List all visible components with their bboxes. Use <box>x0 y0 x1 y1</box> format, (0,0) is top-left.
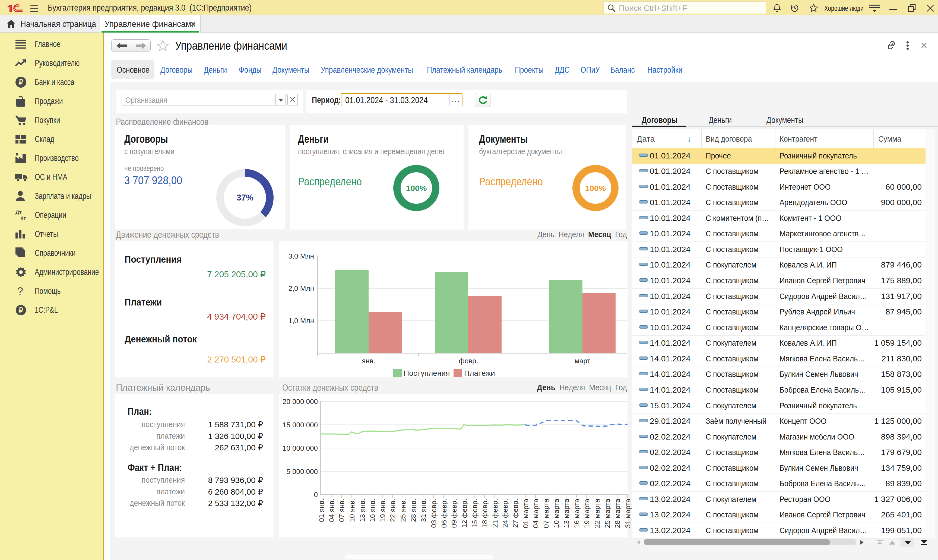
svg-text:16 янв.: 16 янв. <box>368 499 376 522</box>
svg-text:16 марта: 16 марта <box>573 498 581 528</box>
svg-text:март: март <box>575 357 590 365</box>
svg-text:28 марта: 28 марта <box>613 498 622 528</box>
svg-text:03 февр.: 03 февр. <box>430 499 438 528</box>
svg-text:Платежи: Платежи <box>464 369 495 377</box>
svg-text:01 марта: 01 марта <box>522 498 530 528</box>
svg-text:25 марта: 25 марта <box>603 498 611 528</box>
svg-text:19 янв.: 19 янв. <box>379 499 387 522</box>
svg-text:10 000 000: 10 000 000 <box>283 444 318 452</box>
svg-text:20 000 000: 20 000 000 <box>283 397 318 406</box>
svg-text:Дт: Дт <box>15 209 22 215</box>
svg-text:февр.: февр. <box>459 357 478 365</box>
svg-text:21 февр.: 21 февр. <box>491 499 499 528</box>
svg-text:12 февр.: 12 февр. <box>460 499 468 528</box>
svg-text:13 марта: 13 марта <box>562 498 570 528</box>
svg-text:1,0 Млн: 1,0 Млн <box>288 317 314 325</box>
svg-text:01 янв.: 01 янв. <box>317 499 325 522</box>
svg-text:22 марта: 22 марта <box>593 498 601 528</box>
svg-text:Кт: Кт <box>20 215 26 221</box>
svg-text:18 февр.: 18 февр. <box>481 499 489 528</box>
svg-text:09 февр.: 09 февр. <box>450 499 458 528</box>
svg-text:₽: ₽ <box>19 78 23 86</box>
svg-text:0: 0 <box>314 491 318 499</box>
svg-text:5 000 000: 5 000 000 <box>286 468 318 475</box>
svg-text:04 янв.: 04 янв. <box>328 499 336 522</box>
svg-text:10 марта: 10 марта <box>552 498 561 528</box>
svg-text:янв.: янв. <box>362 357 375 365</box>
svg-text:15 февр.: 15 февр. <box>471 499 479 528</box>
svg-text:15 000 000: 15 000 000 <box>283 421 318 429</box>
svg-text:24 февр.: 24 февр. <box>501 499 509 528</box>
svg-text:07 янв.: 07 янв. <box>337 499 346 522</box>
svg-text:25 янв.: 25 янв. <box>399 499 407 522</box>
svg-text:13 янв.: 13 янв. <box>358 499 367 522</box>
svg-text:31 янв.: 31 янв. <box>419 499 427 522</box>
svg-text:10 янв.: 10 янв. <box>348 499 356 522</box>
svg-text:2,0 Млн: 2,0 Млн <box>288 285 314 292</box>
svg-text:27 февр.: 27 февр. <box>511 499 519 528</box>
svg-text:07 марта: 07 марта <box>542 498 550 528</box>
svg-text:22 янв.: 22 янв. <box>389 499 397 522</box>
svg-text:31 марта: 31 марта <box>624 498 632 528</box>
svg-text:?: ? <box>17 285 23 297</box>
svg-text:28 янв.: 28 янв. <box>409 499 417 522</box>
svg-text:04 марта: 04 марта <box>532 498 540 528</box>
svg-text:19 марта: 19 марта <box>583 498 591 528</box>
svg-text:Поступления: Поступления <box>404 369 450 377</box>
svg-text:3,0 Млн: 3,0 Млн <box>288 252 314 260</box>
svg-text:₽: ₽ <box>18 306 23 314</box>
svg-text:06 февр.: 06 февр. <box>440 499 448 528</box>
